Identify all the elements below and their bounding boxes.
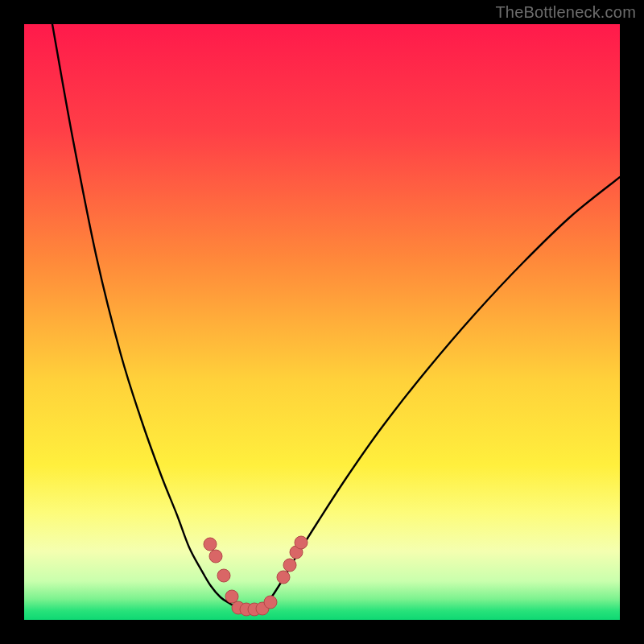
- data-marker: [209, 550, 222, 563]
- curve-layer: [24, 24, 620, 620]
- data-marker: [283, 559, 296, 572]
- data-marker: [295, 536, 308, 549]
- data-markers: [204, 536, 308, 616]
- data-marker: [277, 571, 290, 584]
- curve-left: [52, 24, 238, 609]
- plot-area: [24, 24, 620, 620]
- watermark-text: TheBottleneck.com: [495, 3, 636, 22]
- curve-right: [261, 177, 620, 609]
- data-marker: [204, 538, 217, 551]
- data-marker: [264, 596, 277, 609]
- data-marker: [225, 590, 238, 603]
- outer-frame: TheBottleneck.com: [0, 0, 644, 644]
- data-marker: [217, 569, 230, 582]
